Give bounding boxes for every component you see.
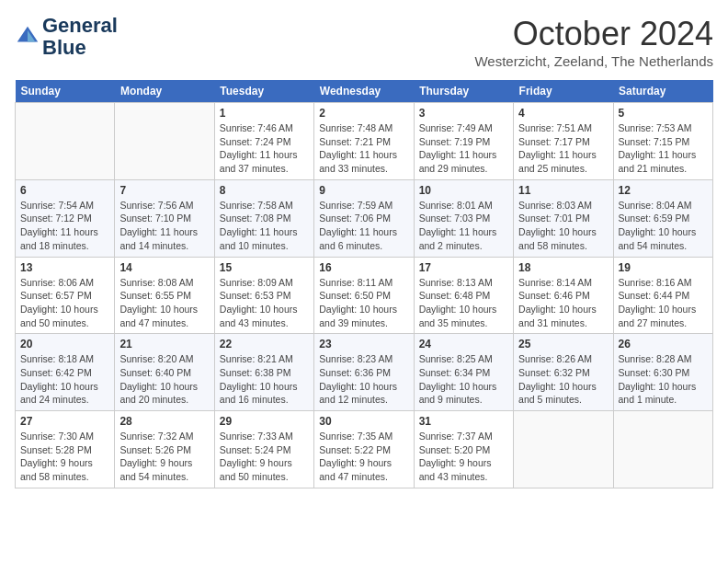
logo: General Blue: [15, 15, 118, 59]
calendar-week-row: 1Sunrise: 7:46 AM Sunset: 7:24 PM Daylig…: [16, 103, 713, 180]
calendar-day-29: 29Sunrise: 7:33 AM Sunset: 5:24 PM Dayli…: [214, 411, 313, 488]
logo-line1: General: [42, 15, 118, 37]
day-info: Sunrise: 8:06 AM Sunset: 6:57 PM Dayligh…: [20, 276, 109, 330]
calendar-day-24: 24Sunrise: 8:25 AM Sunset: 6:34 PM Dayli…: [414, 334, 513, 411]
day-number: 28: [119, 415, 209, 428]
day-number: 7: [119, 184, 209, 197]
calendar-week-row: 27Sunrise: 7:30 AM Sunset: 5:28 PM Dayli…: [16, 411, 713, 488]
day-number: 22: [220, 338, 309, 350]
day-info: Sunrise: 7:56 AM Sunset: 7:10 PM Dayligh…: [119, 199, 209, 253]
page-header: General Blue October 2024 Westerzicht, Z…: [15, 15, 713, 69]
calendar-day-empty: [514, 411, 613, 488]
calendar-body: 1Sunrise: 7:46 AM Sunset: 7:24 PM Daylig…: [16, 103, 713, 488]
day-number: 12: [619, 184, 708, 197]
day-number: 2: [319, 107, 408, 120]
day-number: 13: [20, 261, 109, 274]
calendar-day-10: 10Sunrise: 8:01 AM Sunset: 7:03 PM Dayli…: [414, 179, 513, 257]
calendar-day-12: 12Sunrise: 8:04 AM Sunset: 6:59 PM Dayli…: [613, 179, 712, 257]
calendar-day-18: 18Sunrise: 8:14 AM Sunset: 6:46 PM Dayli…: [514, 257, 613, 334]
calendar-day-15: 15Sunrise: 8:09 AM Sunset: 6:53 PM Dayli…: [214, 257, 313, 334]
day-info: Sunrise: 8:14 AM Sunset: 6:46 PM Dayligh…: [518, 276, 608, 330]
day-info: Sunrise: 7:49 AM Sunset: 7:19 PM Dayligh…: [419, 121, 508, 176]
day-number: 26: [619, 338, 708, 350]
month-year: October 2024: [474, 15, 713, 53]
day-info: Sunrise: 8:28 AM Sunset: 6:30 PM Dayligh…: [619, 352, 708, 407]
day-number: 21: [119, 338, 209, 350]
day-number: 11: [518, 184, 608, 197]
day-info: Sunrise: 8:18 AM Sunset: 6:42 PM Dayligh…: [20, 352, 109, 407]
location: Westerzicht, Zeeland, The Netherlands: [474, 53, 713, 69]
day-info: Sunrise: 8:01 AM Sunset: 7:03 PM Dayligh…: [419, 199, 508, 253]
day-info: Sunrise: 7:37 AM Sunset: 5:20 PM Dayligh…: [419, 430, 508, 484]
calendar-day-empty: [613, 411, 712, 488]
calendar-week-row: 6Sunrise: 7:54 AM Sunset: 7:12 PM Daylig…: [16, 179, 713, 257]
weekday-thursday: Thursday: [414, 80, 513, 103]
calendar-day-14: 14Sunrise: 8:08 AM Sunset: 6:55 PM Dayli…: [115, 257, 214, 334]
day-info: Sunrise: 8:25 AM Sunset: 6:34 PM Dayligh…: [419, 352, 508, 407]
day-info: Sunrise: 7:30 AM Sunset: 5:28 PM Dayligh…: [20, 430, 109, 484]
day-info: Sunrise: 8:03 AM Sunset: 7:01 PM Dayligh…: [518, 199, 608, 253]
calendar-day-11: 11Sunrise: 8:03 AM Sunset: 7:01 PM Dayli…: [514, 179, 613, 257]
day-info: Sunrise: 8:20 AM Sunset: 6:40 PM Dayligh…: [119, 352, 209, 407]
calendar-day-1: 1Sunrise: 7:46 AM Sunset: 7:24 PM Daylig…: [214, 103, 313, 180]
calendar-day-6: 6Sunrise: 7:54 AM Sunset: 7:12 PM Daylig…: [16, 179, 115, 257]
calendar-week-row: 13Sunrise: 8:06 AM Sunset: 6:57 PM Dayli…: [16, 257, 713, 334]
weekday-monday: Monday: [115, 80, 214, 103]
day-info: Sunrise: 7:59 AM Sunset: 7:06 PM Dayligh…: [319, 199, 408, 253]
day-info: Sunrise: 7:54 AM Sunset: 7:12 PM Dayligh…: [20, 199, 109, 253]
weekday-sunday: Sunday: [16, 80, 115, 103]
calendar-week-row: 20Sunrise: 8:18 AM Sunset: 6:42 PM Dayli…: [16, 334, 713, 411]
calendar-day-4: 4Sunrise: 7:51 AM Sunset: 7:17 PM Daylig…: [514, 103, 613, 180]
day-number: 24: [419, 338, 508, 350]
day-info: Sunrise: 7:46 AM Sunset: 7:24 PM Dayligh…: [220, 121, 309, 176]
day-info: Sunrise: 8:21 AM Sunset: 6:38 PM Dayligh…: [220, 352, 309, 407]
day-number: 15: [220, 261, 309, 274]
logo-line2: Blue: [42, 37, 118, 59]
calendar-day-17: 17Sunrise: 8:13 AM Sunset: 6:48 PM Dayli…: [414, 257, 513, 334]
day-number: 6: [20, 184, 109, 197]
day-info: Sunrise: 8:11 AM Sunset: 6:50 PM Dayligh…: [319, 276, 408, 330]
calendar-day-empty: [16, 103, 115, 180]
day-number: 25: [518, 338, 608, 350]
calendar-day-20: 20Sunrise: 8:18 AM Sunset: 6:42 PM Dayli…: [16, 334, 115, 411]
logo-text: General Blue: [42, 15, 118, 59]
day-number: 5: [619, 107, 708, 120]
weekday-header-row: SundayMondayTuesdayWednesdayThursdayFrid…: [16, 80, 713, 103]
day-number: 9: [319, 184, 408, 197]
day-info: Sunrise: 7:58 AM Sunset: 7:08 PM Dayligh…: [220, 199, 309, 253]
day-number: 31: [419, 415, 508, 428]
calendar-day-19: 19Sunrise: 8:16 AM Sunset: 6:44 PM Dayli…: [613, 257, 712, 334]
day-number: 30: [319, 415, 408, 428]
day-number: 10: [419, 184, 508, 197]
calendar-day-31: 31Sunrise: 7:37 AM Sunset: 5:20 PM Dayli…: [414, 411, 513, 488]
calendar-day-27: 27Sunrise: 7:30 AM Sunset: 5:28 PM Dayli…: [16, 411, 115, 488]
day-number: 29: [220, 415, 309, 428]
day-info: Sunrise: 8:16 AM Sunset: 6:44 PM Dayligh…: [619, 276, 708, 330]
logo-icon: [15, 24, 40, 50]
calendar-day-21: 21Sunrise: 8:20 AM Sunset: 6:40 PM Dayli…: [115, 334, 214, 411]
day-number: 19: [619, 261, 708, 274]
day-info: Sunrise: 7:32 AM Sunset: 5:26 PM Dayligh…: [119, 430, 209, 484]
weekday-saturday: Saturday: [613, 80, 712, 103]
day-number: 23: [319, 338, 408, 350]
day-info: Sunrise: 7:48 AM Sunset: 7:21 PM Dayligh…: [319, 121, 408, 176]
day-info: Sunrise: 8:09 AM Sunset: 6:53 PM Dayligh…: [220, 276, 309, 330]
calendar-day-8: 8Sunrise: 7:58 AM Sunset: 7:08 PM Daylig…: [214, 179, 313, 257]
calendar-day-3: 3Sunrise: 7:49 AM Sunset: 7:19 PM Daylig…: [414, 103, 513, 180]
day-number: 4: [518, 107, 608, 120]
day-info: Sunrise: 7:33 AM Sunset: 5:24 PM Dayligh…: [220, 430, 309, 484]
calendar-day-7: 7Sunrise: 7:56 AM Sunset: 7:10 PM Daylig…: [115, 179, 214, 257]
day-info: Sunrise: 8:04 AM Sunset: 6:59 PM Dayligh…: [619, 199, 708, 253]
day-info: Sunrise: 8:26 AM Sunset: 6:32 PM Dayligh…: [518, 352, 608, 407]
day-info: Sunrise: 8:08 AM Sunset: 6:55 PM Dayligh…: [119, 276, 209, 330]
calendar-day-16: 16Sunrise: 8:11 AM Sunset: 6:50 PM Dayli…: [314, 257, 414, 334]
calendar-day-9: 9Sunrise: 7:59 AM Sunset: 7:06 PM Daylig…: [314, 179, 414, 257]
day-info: Sunrise: 8:23 AM Sunset: 6:36 PM Dayligh…: [319, 352, 408, 407]
day-info: Sunrise: 7:53 AM Sunset: 7:15 PM Dayligh…: [619, 121, 708, 176]
calendar-day-2: 2Sunrise: 7:48 AM Sunset: 7:21 PM Daylig…: [314, 103, 414, 180]
calendar-day-26: 26Sunrise: 8:28 AM Sunset: 6:30 PM Dayli…: [613, 334, 712, 411]
day-number: 8: [220, 184, 309, 197]
title-block: October 2024 Westerzicht, Zeeland, The N…: [474, 15, 713, 69]
calendar-day-28: 28Sunrise: 7:32 AM Sunset: 5:26 PM Dayli…: [115, 411, 214, 488]
day-number: 1: [220, 107, 309, 120]
